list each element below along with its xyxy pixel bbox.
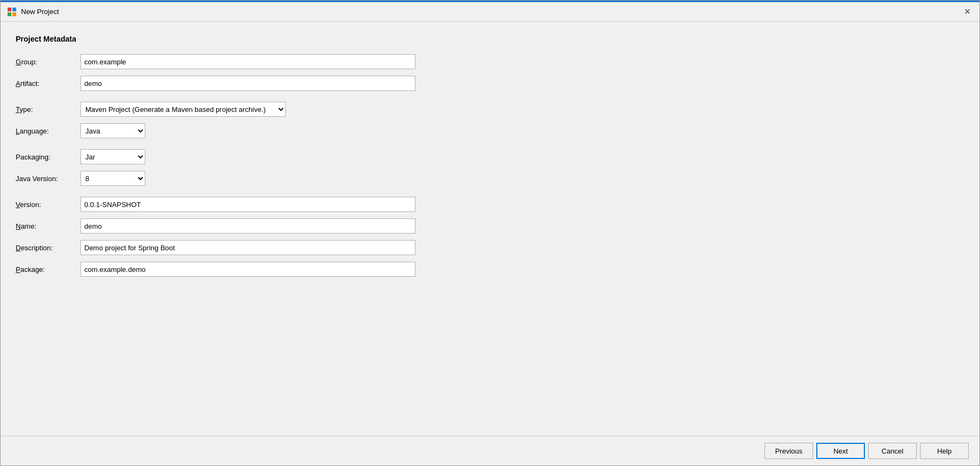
name-input[interactable] [80, 218, 415, 234]
svg-rect-3 [12, 12, 16, 16]
language-row: Language: Java Kotlin Groovy [16, 123, 964, 138]
close-button[interactable]: ✕ [961, 6, 973, 18]
package-row: Package: [16, 262, 964, 277]
cancel-button[interactable]: Cancel [868, 443, 917, 459]
new-project-dialog: New Project ✕ Project Metadata Group: Ar… [0, 0, 980, 466]
svg-rect-1 [12, 8, 16, 11]
language-select[interactable]: Java Kotlin Groovy [80, 123, 145, 138]
java-version-label: Java Version: [16, 175, 80, 183]
packaging-label: Packaging: [16, 153, 80, 161]
version-row: Version: [16, 197, 964, 212]
group-input[interactable] [80, 54, 415, 69]
name-row: Name: [16, 218, 964, 234]
description-input[interactable] [80, 240, 415, 255]
package-label: Package: [16, 265, 80, 274]
java-version-row: Java Version: 8 11 17 21 [16, 171, 964, 186]
artifact-row: Artifact: [16, 76, 964, 91]
next-button[interactable]: Next [816, 443, 865, 459]
app-icon [7, 7, 17, 17]
version-input[interactable] [80, 197, 415, 212]
previous-button[interactable]: Previous [764, 443, 813, 459]
java-version-select[interactable]: 8 11 17 21 [80, 171, 145, 186]
packaging-select[interactable]: Jar War [80, 149, 145, 164]
group-label: Group: [16, 58, 80, 66]
dialog-content: Project Metadata Group: Artifact: Type: … [1, 22, 979, 436]
dialog-footer: Previous Next Cancel Help [1, 436, 979, 465]
type-row: Type: Maven Project (Generate a Maven ba… [16, 102, 964, 117]
title-bar: New Project ✕ [1, 2, 979, 22]
description-row: Description: [16, 240, 964, 255]
packaging-row: Packaging: Jar War [16, 149, 964, 164]
artifact-label: Artifact: [16, 79, 80, 88]
section-header: Project Metadata [16, 35, 964, 43]
help-button[interactable]: Help [920, 443, 969, 459]
svg-rect-2 [8, 12, 11, 16]
description-label: Description: [16, 244, 80, 252]
title-bar-left: New Project [7, 7, 59, 17]
package-input[interactable] [80, 262, 415, 277]
artifact-input[interactable] [80, 76, 415, 91]
language-label: Language: [16, 127, 80, 135]
type-select[interactable]: Maven Project (Generate a Maven based pr… [80, 102, 286, 117]
svg-rect-0 [8, 8, 11, 11]
window-title: New Project [21, 8, 59, 16]
type-label: Type: [16, 105, 80, 114]
name-label: Name: [16, 222, 80, 230]
group-row: Group: [16, 54, 964, 69]
version-label: Version: [16, 201, 80, 209]
